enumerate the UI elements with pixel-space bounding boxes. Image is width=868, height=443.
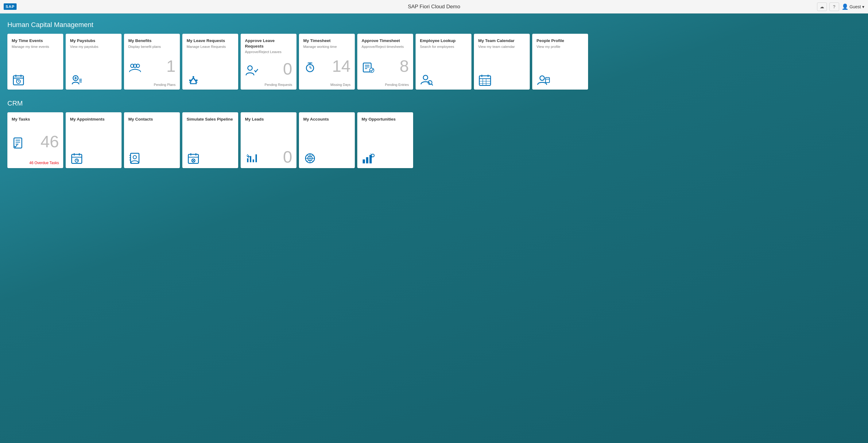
tile-my-benefits-footer: Pending Plans xyxy=(128,83,176,87)
tasks-icon xyxy=(12,136,25,150)
tile-my-time-events-subtitle: Manage my time events xyxy=(12,44,59,49)
svg-point-59 xyxy=(133,156,136,159)
tile-people-profile-body xyxy=(536,73,584,87)
tile-employee-lookup-header: Employee Lookup Search for employees xyxy=(420,38,467,49)
hcm-section-title: Human Capital Management xyxy=(7,21,861,29)
tile-approve-timesheet[interactable]: Approve Timesheet Approve/Reject timeshe… xyxy=(357,34,413,90)
people-profile-icon xyxy=(536,73,550,87)
tile-approve-timesheet-title: Approve Timesheet xyxy=(362,38,409,43)
tile-simulate-sales-body xyxy=(187,152,234,165)
user-chevron-icon: ▾ xyxy=(862,4,864,9)
tile-my-timesheet-number: 14 xyxy=(332,58,350,74)
tile-my-accounts-header: My Accounts xyxy=(303,117,350,122)
tile-my-leave-requests-header: My Leave Requests Manage Leave Requests xyxy=(187,38,234,49)
cloud-icon: ☁ xyxy=(820,4,824,9)
tile-my-appointments[interactable]: My Appointments xyxy=(66,112,122,168)
tile-employee-lookup[interactable]: Employee Lookup Search for employees xyxy=(415,34,471,90)
tile-my-contacts[interactable]: My Contacts xyxy=(124,112,180,168)
tile-approve-leave-subtitle: Approve/Reject Leaves xyxy=(245,50,292,54)
hcm-section: Human Capital Management My Time Events … xyxy=(7,21,861,90)
tile-approve-leave-number: 0 xyxy=(283,60,292,77)
tile-my-opportunities-body xyxy=(362,152,409,165)
main-content: Human Capital Management My Time Events … xyxy=(0,13,868,185)
appointments-icon xyxy=(70,152,84,165)
svg-point-20 xyxy=(189,80,191,81)
team-calendar-icon xyxy=(478,73,492,87)
tile-my-paystubs-subtitle: View my paystubs xyxy=(70,44,117,49)
tile-my-time-events[interactable]: My Time Events Manage my time events xyxy=(7,34,63,90)
tile-approve-leave-header: Approve Leave Requests Approve/Reject Le… xyxy=(245,38,292,54)
sales-pipeline-icon xyxy=(187,152,200,165)
tile-my-time-events-header: My Time Events Manage my time events xyxy=(12,38,59,49)
opportunities-icon xyxy=(362,152,375,165)
paystubs-icon xyxy=(70,73,84,87)
tile-my-paystubs-header: My Paystubs View my paystubs xyxy=(70,38,117,49)
app-title: SAP Fiori Cloud Demo xyxy=(408,4,460,10)
tile-my-paystubs[interactable]: My Paystubs View my paystubs xyxy=(66,34,122,90)
tile-my-accounts[interactable]: My Accounts xyxy=(299,112,355,168)
tile-my-appointments-body xyxy=(70,152,117,165)
tile-my-opportunities[interactable]: My Opportunities xyxy=(357,112,413,168)
app-header: SAP SAP Fiori Cloud Demo ☁ ? 👤 Guest ▾ xyxy=(0,0,868,13)
cloud-button[interactable]: ☁ xyxy=(817,2,827,11)
help-button[interactable]: ? xyxy=(829,2,839,11)
tile-my-leads-body: 0 xyxy=(245,149,292,165)
contacts-icon xyxy=(128,152,142,165)
tile-my-leads-number: 0 xyxy=(283,149,292,165)
tile-approve-leave-title: Approve Leave Requests xyxy=(245,38,292,49)
tile-my-timesheet-footer: Missing Days xyxy=(303,83,350,87)
tile-my-leave-requests-title: My Leave Requests xyxy=(187,38,234,43)
tile-team-calendar-header: My Team Calendar View my team calendar xyxy=(478,38,525,49)
tile-my-leave-requests-body xyxy=(187,73,234,87)
help-icon: ? xyxy=(833,4,835,9)
tile-my-timesheet[interactable]: My Timesheet Manage working time 14 Miss… xyxy=(299,34,355,90)
tile-employee-lookup-title: Employee Lookup xyxy=(420,38,467,43)
user-menu[interactable]: 👤 Guest ▾ xyxy=(842,3,864,10)
tile-my-timesheet-header: My Timesheet Manage working time xyxy=(303,38,350,49)
tile-my-leave-requests-subtitle: Manage Leave Requests xyxy=(187,44,234,49)
tile-people-profile[interactable]: People Profile View my profile xyxy=(532,34,588,90)
tile-approve-timesheet-number: 8 xyxy=(400,58,409,74)
tile-my-appointments-title: My Appointments xyxy=(70,117,117,122)
tile-my-leads[interactable]: My Leads 0 xyxy=(241,112,297,168)
tile-my-tasks-number: 46 xyxy=(40,133,59,150)
tile-people-profile-title: People Profile xyxy=(536,38,584,43)
tile-team-calendar-body xyxy=(478,73,525,87)
tile-my-leads-header: My Leads xyxy=(245,117,292,122)
svg-point-21 xyxy=(196,80,198,81)
svg-point-22 xyxy=(248,66,252,70)
tile-my-accounts-body xyxy=(303,152,350,165)
user-avatar-icon: 👤 xyxy=(842,3,848,10)
approve-timesheet-icon xyxy=(362,61,375,74)
svg-rect-36 xyxy=(479,76,491,85)
tile-my-contacts-title: My Contacts xyxy=(128,117,176,122)
tile-my-benefits-header: My Benefits Display benefit plans xyxy=(128,38,176,49)
tile-my-tasks-overdue: 46 Overdue Tasks xyxy=(12,161,59,165)
tile-my-timesheet-body: 14 xyxy=(303,58,350,74)
tile-approve-leave[interactable]: Approve Leave Requests Approve/Reject Le… xyxy=(241,34,297,90)
tile-my-time-events-body xyxy=(12,73,59,87)
svg-line-85 xyxy=(370,154,372,155)
tile-team-calendar[interactable]: My Team Calendar View my team calendar xyxy=(474,34,530,90)
tile-my-time-events-title: My Time Events xyxy=(12,38,59,43)
time-events-icon xyxy=(12,73,25,87)
svg-line-35 xyxy=(432,84,433,86)
tile-my-tasks-body: 46 xyxy=(12,133,59,150)
svg-rect-45 xyxy=(546,77,549,83)
svg-point-44 xyxy=(540,76,545,81)
tile-approve-timesheet-footer: Pending Entries xyxy=(362,83,409,87)
tile-my-contacts-body xyxy=(128,152,176,165)
benefits-icon xyxy=(128,61,142,74)
tile-my-leave-requests[interactable]: My Leave Requests Manage Leave Requests xyxy=(182,34,238,90)
tile-my-leads-title: My Leads xyxy=(245,117,292,122)
leave-icon xyxy=(187,73,200,87)
svg-rect-81 xyxy=(366,157,368,163)
tile-my-tasks[interactable]: My Tasks 46 46 Overdue Tasks xyxy=(7,112,63,168)
tile-simulate-sales-title: Simulate Sales Pipeline xyxy=(187,117,234,122)
tile-my-timesheet-title: My Timesheet xyxy=(303,38,350,43)
tile-my-benefits[interactable]: My Benefits Display benefit plans 1 Pend… xyxy=(124,34,180,90)
tile-my-contacts-header: My Contacts xyxy=(128,117,176,122)
tile-my-opportunities-header: My Opportunities xyxy=(362,117,409,122)
tile-simulate-sales[interactable]: Simulate Sales Pipeline xyxy=(182,112,238,168)
tile-my-benefits-body: 1 xyxy=(128,58,176,74)
